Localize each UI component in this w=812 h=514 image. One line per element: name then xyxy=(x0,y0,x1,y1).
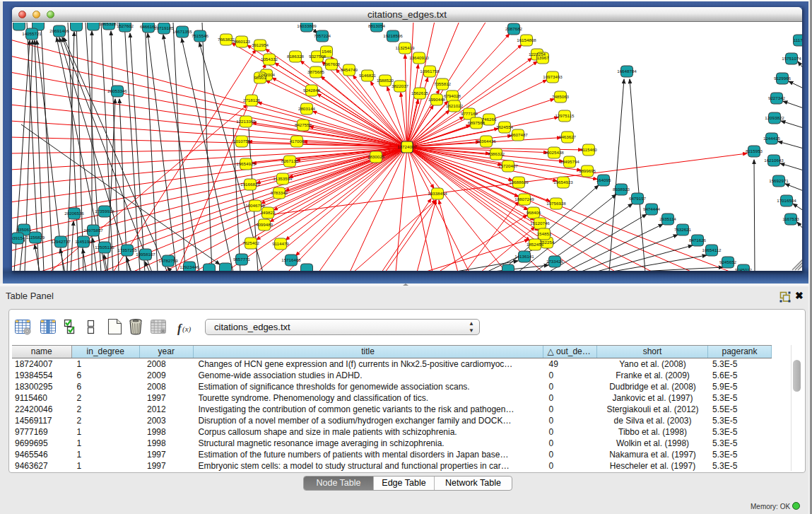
svg-text:10120746: 10120746 xyxy=(530,221,550,226)
svg-text:10719185: 10719185 xyxy=(154,25,174,30)
svg-text:8427552: 8427552 xyxy=(295,122,312,127)
svg-text:2935114: 2935114 xyxy=(659,216,676,221)
svg-text:10958107: 10958107 xyxy=(136,252,155,257)
svg-text:20364436: 20364436 xyxy=(476,139,496,144)
svg-text:8471626: 8471626 xyxy=(689,238,707,243)
svg-text:3912954: 3912954 xyxy=(252,42,269,47)
svg-text:8660123: 8660123 xyxy=(233,39,251,44)
svg-text:20053346: 20053346 xyxy=(107,88,127,93)
svg-text:10688609: 10688609 xyxy=(509,180,529,185)
svg-text:19338454: 19338454 xyxy=(428,191,447,196)
svg-text:13967: 13967 xyxy=(536,55,549,60)
svg-text:20975857: 20975857 xyxy=(83,228,103,233)
svg-text:2803144: 2803144 xyxy=(298,106,316,111)
svg-text:19218506: 19218506 xyxy=(383,33,403,38)
svg-text:164095: 164095 xyxy=(596,177,611,182)
svg-text:12093822: 12093822 xyxy=(765,115,784,120)
svg-text:1167533: 1167533 xyxy=(782,216,799,221)
svg-text:8813054: 8813054 xyxy=(368,23,386,28)
svg-text:6794028: 6794028 xyxy=(444,93,461,98)
svg-text:1145194: 1145194 xyxy=(75,239,92,244)
svg-text:9245012: 9245012 xyxy=(735,267,753,271)
svg-text:(x): (x) xyxy=(182,325,192,334)
svg-text:11353594: 11353594 xyxy=(273,176,293,181)
svg-text:20691406: 20691406 xyxy=(49,28,69,33)
svg-text:7515546: 7515546 xyxy=(192,33,209,38)
svg-text:9777169: 9777169 xyxy=(461,111,478,116)
svg-text:12505135: 12505135 xyxy=(95,245,114,250)
svg-text:4099489: 4099489 xyxy=(256,222,273,227)
svg-text:10025438: 10025438 xyxy=(544,150,564,155)
svg-text:7386322: 7386322 xyxy=(488,151,505,156)
svg-text:1733426: 1733426 xyxy=(546,259,564,264)
svg-text:16210643: 16210643 xyxy=(764,158,784,163)
svg-text:15720407: 15720407 xyxy=(498,163,518,168)
svg-text:154851: 154851 xyxy=(537,231,552,236)
svg-text:1562615: 1562615 xyxy=(411,90,429,95)
svg-text:968406: 968406 xyxy=(526,210,541,215)
svg-text:9474444: 9474444 xyxy=(643,206,661,211)
svg-text:15751074: 15751074 xyxy=(782,56,801,61)
svg-text:7485063: 7485063 xyxy=(552,94,570,99)
svg-text:10961758: 10961758 xyxy=(420,69,440,74)
svg-text:11325419: 11325419 xyxy=(395,45,415,50)
svg-text:10046798: 10046798 xyxy=(245,203,265,208)
svg-text:9129966: 9129966 xyxy=(774,76,792,81)
svg-text:8938923: 8938923 xyxy=(613,187,630,192)
svg-text:17016504: 17016504 xyxy=(777,198,796,203)
svg-text:1830029: 1830029 xyxy=(367,154,385,159)
svg-text:16033809: 16033809 xyxy=(297,23,317,28)
svg-text:349822: 349822 xyxy=(261,210,276,215)
svg-text:10654112: 10654112 xyxy=(702,247,722,252)
svg-text:1527602: 1527602 xyxy=(117,23,134,28)
svg-text:8186328: 8186328 xyxy=(287,54,305,59)
svg-text:1054332: 1054332 xyxy=(261,57,278,62)
svg-text:9242848: 9242848 xyxy=(303,88,321,93)
svg-text:19166829: 19166829 xyxy=(240,182,260,187)
svg-text:1010755: 1010755 xyxy=(233,139,251,144)
svg-text:16671355: 16671355 xyxy=(172,29,192,34)
svg-text:20206536: 20206536 xyxy=(64,211,84,216)
svg-text:1244415: 1244415 xyxy=(763,136,781,141)
svg-text:9657771: 9657771 xyxy=(233,257,251,262)
svg-text:98901: 98901 xyxy=(254,75,266,80)
svg-text:7632621: 7632621 xyxy=(674,227,692,232)
svg-text:3822037: 3822037 xyxy=(392,83,409,88)
svg-text:16648784: 16648784 xyxy=(617,69,637,74)
svg-text:9146821: 9146821 xyxy=(359,73,377,78)
svg-text:3624554: 3624554 xyxy=(496,124,514,129)
svg-text:3875685: 3875685 xyxy=(307,69,325,74)
svg-text:9115460: 9115460 xyxy=(580,147,597,152)
svg-text:12213369: 12213369 xyxy=(236,119,256,124)
svg-text:19654925: 19654925 xyxy=(236,161,256,166)
svg-text:9245652: 9245652 xyxy=(719,259,737,264)
svg-text:8267130: 8267130 xyxy=(281,158,299,163)
svg-text:18807249: 18807249 xyxy=(514,197,534,201)
svg-text:9783342: 9783342 xyxy=(271,190,288,195)
svg-text:2087682: 2087682 xyxy=(505,26,523,31)
svg-text:2967608: 2967608 xyxy=(323,62,341,66)
svg-text:12942737: 12942737 xyxy=(51,239,71,244)
svg-text:9114479: 9114479 xyxy=(272,241,289,246)
svg-text:2718126: 2718126 xyxy=(243,98,261,103)
svg-text:12975115: 12975115 xyxy=(555,113,575,118)
svg-text:16154808: 16154808 xyxy=(517,37,536,42)
svg-text:252254: 252254 xyxy=(540,240,555,245)
svg-text:17359924: 17359924 xyxy=(95,209,114,214)
svg-text:8215953: 8215953 xyxy=(746,148,763,153)
svg-text:1990448: 1990448 xyxy=(428,97,446,102)
svg-text:9227342: 9227342 xyxy=(768,95,786,100)
svg-text:18495794: 18495794 xyxy=(560,159,579,164)
svg-text:15692971: 15692971 xyxy=(769,178,789,183)
svg-text:10973493: 10973493 xyxy=(543,74,563,79)
svg-text:14055721: 14055721 xyxy=(22,31,42,36)
svg-text:11172: 11172 xyxy=(794,37,802,42)
svg-text:9327508: 9327508 xyxy=(309,54,326,59)
svg-text:7663822: 7663822 xyxy=(218,37,235,42)
svg-text:1621022: 1621022 xyxy=(446,103,464,108)
svg-text:16782759: 16782759 xyxy=(158,258,178,263)
svg-text:1546: 1546 xyxy=(322,49,331,54)
svg-text:10756928: 10756928 xyxy=(546,201,566,206)
svg-text:10607487: 10607487 xyxy=(508,132,528,137)
svg-text:7625402: 7625402 xyxy=(242,240,260,245)
